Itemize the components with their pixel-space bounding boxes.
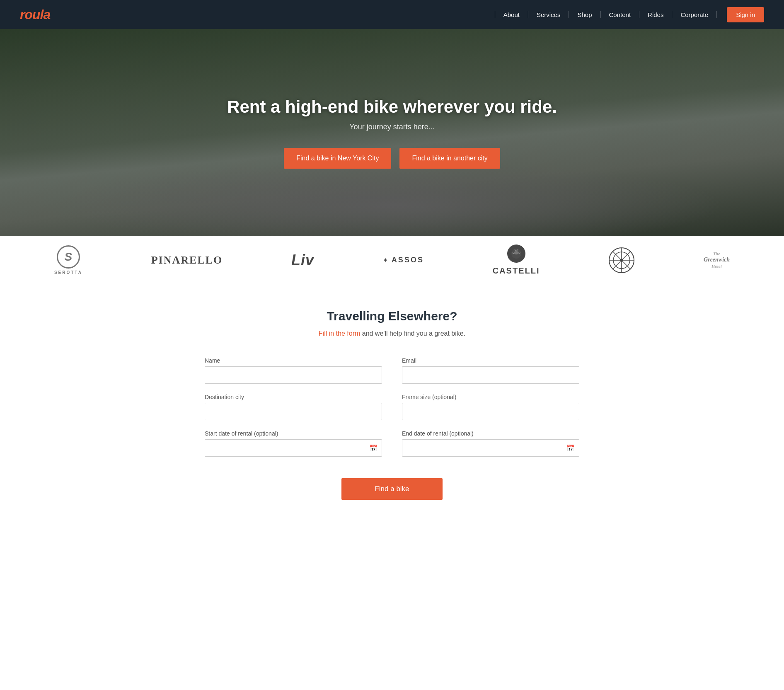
brand-assos: ✦ ASSOS [383, 256, 424, 264]
serotta-label: SEROTTA [54, 270, 82, 275]
frame-size-input[interactable] [402, 403, 579, 420]
start-date-field: Start date of rental (optional) 📅 [205, 430, 382, 457]
logo[interactable]: roula [20, 7, 50, 22]
form-section-title: Travelling Elsewhere? [205, 309, 579, 323]
brand-pinarello: PINARELLO [151, 254, 223, 266]
end-date-input[interactable] [407, 445, 566, 451]
nav-content[interactable]: Content [601, 11, 640, 18]
castelli-circle [507, 245, 525, 263]
hero-buttons: Find a bike in New York City Find a bike… [227, 148, 557, 169]
assos-star-icon: ✦ [383, 257, 389, 264]
nav-shop[interactable]: Shop [569, 11, 600, 18]
form-section-subtitle: Fill in the form and we'll help find you… [205, 330, 579, 337]
find-bike-submit-button[interactable]: Find a bike [341, 478, 442, 500]
hero-section: Rent a high-end bike wherever you ride. … [0, 29, 784, 236]
hero-title: Rent a high-end bike wherever you ride. [227, 97, 557, 117]
email-field: Email [402, 357, 579, 384]
brand-greenwich: The Greenwich Hotel [704, 251, 730, 269]
nav-rides[interactable]: Rides [639, 11, 672, 18]
nav-services[interactable]: Services [528, 11, 569, 18]
hero-content: Rent a high-end bike wherever you ride. … [227, 97, 557, 169]
form-subtitle-link[interactable]: Fill in the form [319, 330, 360, 337]
name-field: Name [205, 357, 382, 384]
brand-liv: Liv [291, 252, 314, 269]
nav-corporate[interactable]: Corporate [672, 11, 717, 18]
find-bike-other-button[interactable]: Find a bike in another city [399, 148, 500, 169]
assos-label: ASSOS [392, 256, 424, 264]
svg-point-8 [620, 259, 623, 262]
brand-castelli: CASTELLI [493, 245, 540, 276]
svg-point-1 [514, 251, 519, 254]
nav-links: About Services Shop Content Rides Corpor… [495, 7, 764, 22]
form-section: Travelling Elsewhere? Fill in the form a… [185, 284, 599, 533]
navbar: roula About Services Shop Content Rides … [0, 0, 784, 29]
serotta-logo: S [57, 245, 80, 269]
form-grid: Name Email Destination city Frame size (… [205, 357, 579, 457]
brand-wheel-logo [608, 247, 635, 274]
frame-size-label: Frame size (optional) [402, 394, 579, 400]
end-date-label: End date of rental (optional) [402, 430, 579, 437]
start-date-label: Start date of rental (optional) [205, 430, 382, 437]
signin-button[interactable]: Sign in [727, 7, 764, 22]
hero-subtitle: Your journey starts here... [227, 123, 557, 131]
nav-about[interactable]: About [495, 11, 528, 18]
frame-size-field: Frame size (optional) [402, 394, 579, 420]
start-date-input[interactable] [209, 445, 369, 451]
destination-input[interactable] [205, 403, 382, 420]
start-date-calendar-icon: 📅 [369, 444, 377, 452]
name-input[interactable] [205, 366, 382, 384]
find-bike-nyc-button[interactable]: Find a bike in New York City [284, 148, 391, 169]
end-date-wrapper[interactable]: 📅 [402, 439, 579, 457]
end-date-field: End date of rental (optional) 📅 [402, 430, 579, 457]
email-label: Email [402, 357, 579, 364]
end-date-calendar-icon: 📅 [566, 444, 575, 452]
brands-bar: S SEROTTA PINARELLO Liv ✦ ASSOS CASTELLI [0, 236, 784, 284]
email-input[interactable] [402, 366, 579, 384]
castelli-label: CASTELLI [493, 266, 540, 276]
brand-serotta: S SEROTTA [54, 245, 82, 275]
destination-label: Destination city [205, 394, 382, 400]
castelli-bug-icon [511, 248, 522, 259]
destination-field: Destination city [205, 394, 382, 420]
wheel-logo-icon [608, 247, 635, 274]
name-label: Name [205, 357, 382, 364]
start-date-wrapper[interactable]: 📅 [205, 439, 382, 457]
